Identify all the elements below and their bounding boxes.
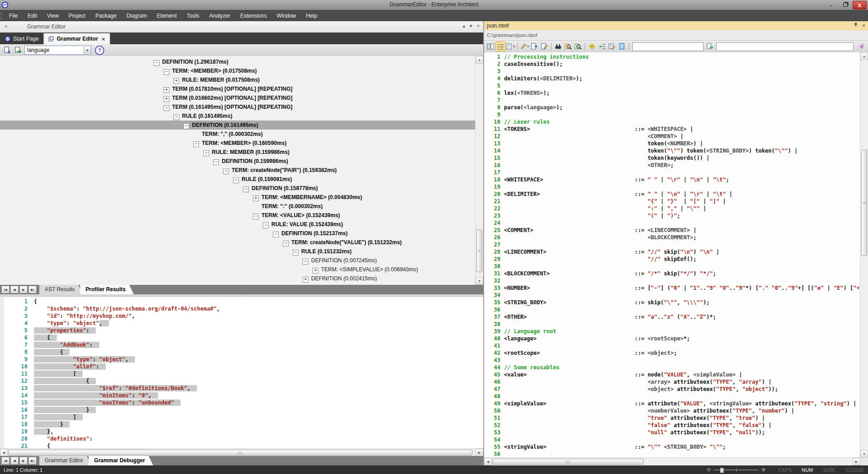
- scroll-right-icon[interactable]: ▶: [476, 449, 483, 456]
- code-line[interactable]: 2caseInsensitive();: [484, 60, 860, 68]
- tree-row[interactable]: −TERM: createNode("PAIR") (0.159382ms): [0, 166, 476, 175]
- code-line[interactable]: 36: [484, 306, 860, 313]
- tree-row[interactable]: +RULE: MEMBER (0.017508ms): [0, 75, 476, 84]
- menu-item-help[interactable]: Help: [301, 11, 322, 21]
- collapse-icon[interactable]: −: [223, 168, 229, 174]
- collapse-icon[interactable]: −: [173, 114, 179, 120]
- menu-item-window[interactable]: Window: [272, 11, 301, 21]
- code-line[interactable]: 16<OTHER>;: [484, 162, 860, 169]
- code-line[interactable]: 19: [484, 183, 860, 191]
- code-line[interactable]: 7 "AddBook":: [4, 341, 483, 349]
- code-line[interactable]: 5 "properties":: [4, 327, 483, 334]
- menu-item-diagram[interactable]: Diagram: [121, 11, 152, 21]
- tab-next-icon[interactable]: ▶: [19, 457, 28, 465]
- scroll-up-icon[interactable]: ▲: [476, 56, 483, 64]
- properties-icon[interactable]: ▾: [506, 42, 515, 51]
- edit-table-icon[interactable]: [607, 42, 616, 51]
- find-next-icon[interactable]: [574, 42, 583, 51]
- code-line[interactable]: 11<TOKENS>::= <WHITESPACE> |: [484, 125, 860, 133]
- overflow-chevron-icon[interactable]: »: [5, 23, 8, 29]
- code-line[interactable]: 20<DELIMITER>::= " " | "\n" | "\r" | "\t…: [484, 191, 860, 198]
- code-line[interactable]: 30: [484, 263, 860, 270]
- tree-row[interactable]: −DEFINITION (0.007245ms): [0, 256, 476, 265]
- collapse-icon[interactable]: −: [203, 150, 209, 156]
- code-line[interactable]: 44// Some reusables: [484, 364, 860, 371]
- scrollbar-thumb[interactable]: |||: [492, 459, 644, 465]
- menu-item-edit[interactable]: Edit: [23, 11, 42, 21]
- code-line[interactable]: 10 "allof":: [4, 363, 483, 370]
- collapse-icon[interactable]: −: [243, 186, 249, 192]
- scroll-right-icon[interactable]: ▶: [853, 458, 860, 465]
- language-combobox[interactable]: language ▼: [24, 46, 91, 55]
- tree-row[interactable]: −RULE (0.151232ms): [0, 247, 476, 256]
- code-line[interactable]: 18 }: [4, 421, 483, 428]
- code-line[interactable]: 24: [484, 219, 860, 227]
- chevron-down-icon[interactable]: ▼: [84, 46, 91, 54]
- source-editor[interactable]: 1{2 "$schema": "http://json-schema.org/d…: [0, 297, 483, 449]
- code-line[interactable]: 52"false" attributeex("TYPE", "false") |: [484, 422, 860, 429]
- code-line[interactable]: 15token(keywords()) |: [484, 154, 860, 162]
- grammar-vertical-scrollbar[interactable]: ▲ ▼ ≡: [860, 52, 868, 458]
- code-line[interactable]: 53"null" attributeex("TYPE", "null"));: [484, 429, 860, 436]
- dropdown-icon[interactable]: ▾: [470, 23, 472, 29]
- close-button[interactable]: X: [853, 1, 867, 9]
- close-tab-icon[interactable]: ×: [102, 36, 105, 42]
- code-line[interactable]: 8 {: [4, 349, 483, 356]
- expand-icon[interactable]: +: [163, 96, 169, 102]
- tree-row[interactable]: −DEFINITION (1.296187ms): [0, 57, 476, 66]
- collapse-icon[interactable]: −: [283, 241, 289, 246]
- tab-profiler-results[interactable]: Profiler Results: [80, 285, 134, 294]
- scrollbar-thumb[interactable]: ≡: [476, 230, 482, 272]
- code-line[interactable]: 21 {: [4, 442, 483, 449]
- code-line[interactable]: 38: [484, 321, 860, 328]
- code-line[interactable]: 6 {: [4, 334, 483, 341]
- zoom-out-icon[interactable]: ⊖: [707, 467, 711, 473]
- code-line[interactable]: 48: [484, 393, 860, 400]
- collapse-icon[interactable]: −: [154, 60, 159, 66]
- tree-row[interactable]: −DEFINITION (0.161495ms): [0, 121, 476, 130]
- tree-row[interactable]: +DEFINITION (0.002415ms): [0, 274, 476, 283]
- code-line[interactable]: 28<LINECOMMENT>::= "//" skip("\n") "\n" …: [484, 248, 860, 256]
- code-line[interactable]: 12<COMMENT> |: [484, 133, 860, 140]
- collapse-icon[interactable]: −: [193, 141, 199, 147]
- menu-item-file[interactable]: File: [4, 11, 23, 21]
- code-line[interactable]: 17 ]: [4, 414, 483, 421]
- code-line[interactable]: 51"true" attributeex("TYPE", "true") |: [484, 414, 860, 422]
- tab-ast-results[interactable]: AST Results: [39, 285, 83, 294]
- run-search-icon[interactable]: [705, 42, 714, 51]
- expand-icon[interactable]: +: [253, 195, 259, 201]
- tree-row[interactable]: −RULE: VALUE (0.152439ms): [0, 220, 476, 229]
- code-line[interactable]: 50<numberValue> attributeex("TYPE", "num…: [484, 407, 860, 414]
- collapse-icon[interactable]: −: [263, 223, 269, 228]
- scroll-up-icon[interactable]: ▲: [860, 52, 868, 60]
- code-line[interactable]: 31<BLOCKCOMMENT>::= "/*" skip("*/") "*/"…: [484, 270, 860, 277]
- code-line[interactable]: 21"{" | "}" | "[" | "]" |: [484, 198, 860, 205]
- new-document-icon[interactable]: [3, 46, 12, 55]
- tree-row[interactable]: −TERM: createNode("VALUE") (0.151232ms): [0, 238, 476, 247]
- options-gear-icon[interactable]: [588, 42, 597, 51]
- menu-item-project[interactable]: Project: [64, 11, 90, 21]
- filter-input[interactable]: [716, 42, 854, 51]
- code-line[interactable]: 16 }: [4, 406, 483, 414]
- code-line[interactable]: 3 "id": "http://myshop.com/",: [4, 312, 483, 320]
- zoom-thumb[interactable]: [720, 468, 724, 473]
- code-line[interactable]: 46<array> attributeex("TYPE", "array") |: [484, 378, 860, 386]
- code-line[interactable]: 4delimiters(<DELIMITER>);: [484, 75, 860, 82]
- tree-row[interactable]: −TERM (0.161495ms) [OPTIONAL] [REPEATING…: [0, 102, 476, 112]
- code-line[interactable]: 56: [484, 451, 860, 458]
- code-line[interactable]: 8parse(<language>);: [484, 104, 860, 111]
- collapse-icon[interactable]: −: [253, 214, 259, 219]
- code-line[interactable]: 23"(" | ")";: [484, 212, 860, 219]
- collapse-icon[interactable]: −: [293, 250, 299, 256]
- code-line[interactable]: 43: [484, 357, 860, 364]
- tree-row[interactable]: −DEFINITION (0.152137ms): [0, 229, 476, 238]
- code-line[interactable]: 25<COMMENT>::= <LINECOMMENT> |: [484, 227, 860, 234]
- code-line[interactable]: 9 "type": "object",: [4, 356, 483, 363]
- code-line[interactable]: 35<STRING_BODY>::= skip("\"", "\\\"");: [484, 299, 860, 306]
- code-line[interactable]: 15 "maxItems": "unbounded": [4, 399, 483, 406]
- tab-last-icon[interactable]: ▶|: [28, 457, 37, 465]
- code-line[interactable]: 4 "type": "object",: [4, 320, 483, 327]
- collapse-icon[interactable]: −: [273, 232, 279, 237]
- sparkle-icon[interactable]: [857, 42, 866, 51]
- scrollbar-thumb[interactable]: ≡: [861, 150, 867, 256]
